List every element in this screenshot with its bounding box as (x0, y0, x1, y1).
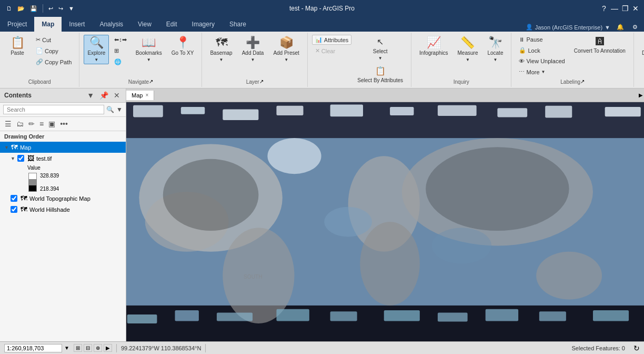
svg-point-21 (536, 252, 602, 300)
legend-swatch-high (29, 173, 36, 179)
paste-button[interactable]: 📋 Paste (4, 35, 31, 58)
fixed-zoom-btn[interactable]: ⊞ (111, 46, 130, 56)
svg-text:SOUTH: SOUTH (244, 274, 263, 280)
convert-to-annotation-button[interactable]: 🅰 Convert To Annotation (570, 35, 629, 56)
measure-button[interactable]: 📏 Measure ▼ (454, 35, 482, 64)
clipboard-label: Clipboard (28, 78, 51, 85)
ribbon-group-selection: 📊 Attributes ✕ Clear ↖ Select ▼ 📋 Select… (308, 33, 411, 87)
layer-by-type-btn[interactable]: ≡ (38, 119, 45, 129)
tif-checkbox[interactable] (17, 155, 24, 162)
tab-share[interactable]: Share (222, 17, 254, 32)
tab-analysis[interactable]: Analysis (92, 17, 130, 32)
scale-zoom-out[interactable]: ⊟ (84, 344, 92, 352)
selection-top: 📊 Attributes ✕ Clear (312, 35, 351, 56)
layer-by-source-btn[interactable]: 🗂 (15, 119, 25, 129)
ribbon-group-clipboard: 📋 Paste ✂ Cut 📄 Copy 🔗 Copy Path Clipboa… (0, 33, 79, 87)
cut-icon: ✂ (36, 36, 41, 43)
scale-zoom-in[interactable]: ⊞ (74, 344, 82, 352)
layer-by-editing-btn[interactable]: ✏ (27, 119, 36, 129)
go-to-xy-button[interactable]: 📍 Go To XY (168, 35, 198, 58)
explore-button[interactable]: 🔍 Explore ▼ (84, 35, 109, 64)
tab-edit[interactable]: Edit (159, 17, 185, 32)
new-button[interactable]: 🗋 (4, 4, 14, 13)
redo-button[interactable]: ↪ (56, 4, 65, 13)
main-area: Contents ▼ 📌 ✕ 🔍 ▼ ☰ 🗂 ✏ ≡ ▣ ••• Drawing… (0, 88, 644, 341)
layer-by-selection-btn[interactable]: ▣ (47, 119, 57, 129)
copy-path-button[interactable]: 🔗 Copy Path (33, 57, 75, 67)
map-layer-name: Map (20, 144, 31, 151)
clear-icon: ✕ (315, 47, 320, 54)
download-map-button[interactable]: ⬇ Download Map ▼ (638, 35, 644, 64)
save-button[interactable]: 💾 (28, 4, 39, 13)
svg-rect-33 (486, 309, 518, 321)
clipboard-content: 📋 Paste ✂ Cut 📄 Copy 🔗 Copy Path (4, 35, 75, 78)
map-tab[interactable]: Map × (126, 91, 154, 100)
tab-insert[interactable]: Insert (62, 17, 92, 32)
layer-item-world-topo[interactable]: 🗺 World Topographic Map (0, 193, 126, 204)
settings-button[interactable]: ⚙ (630, 23, 640, 32)
map-tab-scroll-right[interactable]: ▶ (638, 88, 644, 102)
add-data-button[interactable]: ➕ Add Data ▼ (238, 35, 268, 64)
add-preset-button[interactable]: 📦 Add Preset ▼ (269, 35, 303, 64)
scale-dropdown[interactable]: ▼ (64, 345, 69, 351)
open-button[interactable]: 📂 (15, 4, 27, 13)
copy-button[interactable]: 📄 Copy (33, 46, 75, 56)
lock-button[interactable]: 🔒 Lock (516, 45, 568, 55)
pause-button[interactable]: ⏸ Pause (516, 35, 568, 44)
select-button[interactable]: ↖ Select ▼ (354, 35, 407, 63)
scale-input[interactable] (4, 344, 62, 352)
labeling-expand-icon[interactable]: ↗ (580, 78, 585, 84)
scale-forward[interactable]: ▶ (104, 344, 112, 352)
contents-filter-icon[interactable]: ▼ (85, 91, 96, 100)
layer-more-btn[interactable]: ••• (58, 119, 69, 129)
attributes-icon: 📊 (315, 36, 323, 43)
status-refresh-button[interactable]: ↻ (633, 344, 640, 352)
restore-button[interactable]: ❐ (621, 4, 629, 13)
qat-more-button[interactable]: ▼ (66, 4, 76, 13)
paste-icon: 📋 (11, 37, 25, 48)
scale-full-extent[interactable]: ⊕ (94, 344, 102, 352)
map-tab-close[interactable]: × (145, 92, 148, 98)
attributes-button[interactable]: 📊 Attributes (312, 35, 351, 45)
clear-button[interactable]: ✕ Clear (312, 46, 351, 56)
layer-item-test-tif[interactable]: ▼ 🖼 test.tif (0, 153, 126, 164)
ribbon-group-inquiry: 📈 Infographics 📏 Measure ▼ 🔭 Locate ▼ In… (411, 33, 511, 87)
layer-expand-icon[interactable]: ↗ (259, 78, 264, 84)
view-unplaced-button[interactable]: 👁 View Unplaced (516, 56, 568, 66)
undo-button[interactable]: ↩ (46, 4, 55, 13)
minimize-button[interactable]: — (610, 4, 619, 13)
user-info[interactable]: 👤 Jason (ArcGIS Enterprise) ▼ (526, 24, 610, 31)
tab-project[interactable]: Project (0, 17, 34, 32)
navigate-arrows-btn[interactable]: ⬅↕➡ (111, 35, 130, 45)
world-topo-checkbox[interactable] (11, 195, 17, 202)
close-button[interactable]: ✕ (631, 4, 640, 13)
world-hillshade-checkbox[interactable] (11, 206, 17, 213)
search-button[interactable]: 🔍 (106, 106, 114, 113)
full-extent-btn[interactable]: 🌐 (111, 57, 130, 67)
tab-map[interactable]: Map (34, 17, 62, 32)
locate-button[interactable]: 🔭 Locate ▼ (484, 35, 507, 64)
notification-button[interactable]: 🔔 (615, 23, 626, 32)
tab-imagery[interactable]: Imagery (185, 17, 222, 32)
status-scale: ▼ (4, 344, 69, 352)
map-canvas[interactable]: SOUTH (126, 102, 644, 341)
basemap-button[interactable]: 🗺 Basemap ▼ (206, 35, 236, 64)
contents-close-icon[interactable]: ✕ (112, 91, 122, 100)
layer-by-drawing-order-btn[interactable]: ☰ (3, 119, 13, 129)
search-dropdown[interactable]: ▼ (116, 106, 123, 113)
contents-pin-icon[interactable]: 📌 (98, 91, 110, 100)
svg-point-38 (163, 159, 259, 231)
cut-button[interactable]: ✂ Cut (33, 35, 75, 45)
svg-rect-9 (390, 107, 414, 115)
infographics-button[interactable]: 📈 Infographics (416, 35, 451, 58)
help-button[interactable]: ? (600, 4, 608, 13)
select-by-attributes-button[interactable]: 📋 Select By Attributes (354, 64, 407, 85)
navigate-expand-icon[interactable]: ↗ (149, 78, 153, 84)
layer-item-world-hillshade[interactable]: 🗺 World Hillshade (0, 204, 126, 215)
tab-view[interactable]: View (130, 17, 159, 32)
labeling-more-button[interactable]: ⋯ More ▼ (516, 67, 568, 77)
layer-item-map[interactable]: ▼ 🗺 Map (0, 142, 126, 153)
search-input[interactable] (3, 105, 104, 114)
bookmarks-button[interactable]: 📖 Bookmarks ▼ (132, 35, 166, 64)
ribbon-group-layer: 🗺 Basemap ▼ ➕ Add Data ▼ 📦 Add Preset ▼ … (202, 33, 307, 87)
